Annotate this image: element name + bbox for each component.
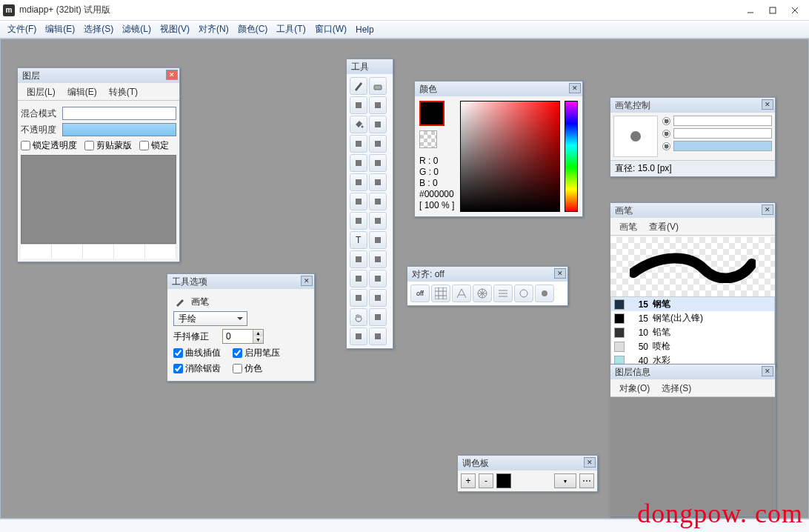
tab-layer[interactable]: 图层(L) xyxy=(21,84,61,100)
snap-circle-icon[interactable] xyxy=(514,285,533,302)
tools-title[interactable]: 工具 xyxy=(347,59,393,74)
dropper-tool[interactable] xyxy=(350,135,367,153)
brush-tool[interactable] xyxy=(350,96,367,114)
curve-tool[interactable] xyxy=(369,327,387,345)
finger-tool[interactable] xyxy=(350,154,367,172)
burn-tool[interactable] xyxy=(350,212,367,230)
spin-up-icon[interactable]: ▲ xyxy=(253,330,263,336)
pen-tool[interactable] xyxy=(350,77,367,95)
menu-select[interactable]: 选择(S) xyxy=(79,21,118,37)
close-button[interactable] xyxy=(784,3,806,18)
zoom-tool[interactable] xyxy=(350,327,367,345)
draw-mode-select[interactable]: 手绘 xyxy=(173,311,247,326)
layers-close-icon[interactable]: ✕ xyxy=(166,70,178,80)
clip-mask-check[interactable]: 剪贴蒙版 xyxy=(84,139,132,152)
minimize-button[interactable] xyxy=(739,3,762,18)
blend-mode-select[interactable] xyxy=(62,107,176,120)
rotate-tool[interactable] xyxy=(369,308,387,326)
maximize-button[interactable] xyxy=(762,3,784,18)
snap-grid-icon[interactable] xyxy=(431,285,450,302)
snap-parallel-icon[interactable] xyxy=(493,285,513,302)
color-close-icon[interactable]: ✕ xyxy=(569,83,581,93)
brush-item[interactable]: 10 铅笔 xyxy=(611,325,774,339)
size-slider[interactable] xyxy=(673,116,772,126)
color-field[interactable] xyxy=(460,101,561,212)
tab-object[interactable]: 对象(O) xyxy=(613,381,656,396)
menu-color[interactable]: 颜色(C) xyxy=(233,21,273,37)
airbrush-tool[interactable] xyxy=(369,96,387,114)
snap-radial-icon[interactable] xyxy=(473,285,492,302)
antialias-check[interactable]: 消除锯齿 xyxy=(173,362,221,375)
brush-item[interactable]: 15 钢笔(出入锋) xyxy=(611,311,774,325)
palette-swatch[interactable] xyxy=(496,473,511,488)
gradient-tool[interactable] xyxy=(369,116,387,133)
opacity-radio[interactable] xyxy=(662,130,670,138)
brush-item[interactable]: 50 喷枪 xyxy=(611,339,774,353)
menu-edit[interactable]: 编辑(E) xyxy=(41,21,79,37)
background-swatch[interactable] xyxy=(419,130,437,148)
brush-item[interactable]: 15 钢笔 xyxy=(611,297,774,311)
brushes-title[interactable]: 画笔 ✕ xyxy=(610,203,775,218)
snap-off-button[interactable]: off xyxy=(410,285,430,302)
snap-perspective-icon[interactable] xyxy=(452,285,471,302)
tab-edit[interactable]: 编辑(E) xyxy=(61,84,103,100)
rect-select-tool[interactable] xyxy=(369,250,387,268)
tab-select[interactable]: 选择(S) xyxy=(656,381,697,396)
shape-tool[interactable] xyxy=(350,173,367,191)
wand-tool[interactable] xyxy=(350,270,367,287)
density-slider[interactable] xyxy=(673,141,772,151)
brush-control-close-icon[interactable]: ✕ xyxy=(762,99,773,110)
lock-transparency-check[interactable]: 锁定透明度 xyxy=(21,139,77,152)
layers-panel-title[interactable]: 图层 ✕ xyxy=(18,68,179,83)
snap-close-icon[interactable]: ✕ xyxy=(554,268,566,279)
text-tool[interactable]: T xyxy=(350,231,367,249)
rect-tool[interactable] xyxy=(369,173,387,191)
smudge-tool[interactable] xyxy=(369,135,387,153)
opacity-brush-slider[interactable] xyxy=(673,128,772,139)
menu-help[interactable]: Help xyxy=(351,23,379,36)
stabilizer-input[interactable]: 0 ▲▼ xyxy=(222,329,264,344)
menu-tool[interactable]: 工具(T) xyxy=(272,21,310,37)
tab-transform[interactable]: 转换(T) xyxy=(103,84,144,100)
density-radio[interactable] xyxy=(662,142,670,150)
menu-filter[interactable]: 滤镜(L) xyxy=(118,21,156,37)
menu-view[interactable]: 视图(V) xyxy=(156,21,194,37)
palette-menu-button[interactable]: ▼ xyxy=(554,473,576,488)
size-radio[interactable] xyxy=(662,117,670,125)
menu-file[interactable]: 文件(F) xyxy=(3,21,41,37)
opacity-slider[interactable] xyxy=(62,123,176,136)
hand-tool[interactable] xyxy=(350,308,367,326)
layer-info-title[interactable]: 图层信息 ✕ xyxy=(610,365,775,379)
move-tool[interactable] xyxy=(369,231,387,249)
brush-list[interactable]: 15 钢笔 15 钢笔(出入锋) 10 铅笔 50 喷枪 40 水彩 xyxy=(610,296,775,367)
palette-options-button[interactable]: ⋯ xyxy=(579,473,594,488)
palette-close-icon[interactable]: ✕ xyxy=(584,457,596,468)
palette-remove-button[interactable]: - xyxy=(479,473,493,488)
brushes-close-icon[interactable]: ✕ xyxy=(762,205,773,215)
line-tool[interactable] xyxy=(369,289,387,307)
pressure-check[interactable]: 启用笔压 xyxy=(233,347,280,359)
color-title[interactable]: 颜色 ✕ xyxy=(415,82,582,96)
foreground-swatch[interactable] xyxy=(419,101,445,126)
layers-list-area[interactable] xyxy=(21,155,176,244)
tab-view[interactable]: 查看(V) xyxy=(643,219,685,235)
dodge-tool[interactable] xyxy=(369,212,387,230)
lock-check[interactable]: 锁定 xyxy=(139,139,169,152)
menu-window[interactable]: 窗口(W) xyxy=(310,21,351,37)
sharpen-tool[interactable] xyxy=(369,193,387,210)
stamp-tool[interactable] xyxy=(369,154,387,172)
menu-snap[interactable]: 对齐(N) xyxy=(194,21,233,37)
tool-options-title[interactable]: 工具选项 ✕ xyxy=(167,274,314,289)
dither-check[interactable]: 仿色 xyxy=(233,362,262,375)
blur-tool[interactable] xyxy=(350,193,367,210)
eraser-tool[interactable] xyxy=(369,77,387,95)
crop-tool[interactable] xyxy=(350,289,367,307)
palette-title[interactable]: 调色板 ✕ xyxy=(458,456,597,471)
brush-control-title[interactable]: 画笔控制 ✕ xyxy=(610,98,775,113)
bucket-tool[interactable] xyxy=(350,116,367,133)
snap-title[interactable]: 对齐: off ✕ xyxy=(407,267,567,282)
palette-add-button[interactable]: + xyxy=(461,473,476,488)
layer-info-close-icon[interactable]: ✕ xyxy=(762,366,773,376)
tool-options-close-icon[interactable]: ✕ xyxy=(301,276,313,286)
ellipse-tool[interactable] xyxy=(369,270,387,287)
